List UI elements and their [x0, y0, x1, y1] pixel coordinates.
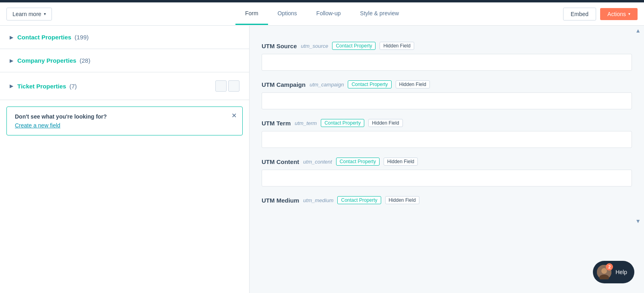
- utm-source-hidden-badge[interactable]: Hidden Field: [380, 42, 414, 50]
- utm-term-input[interactable]: [262, 131, 632, 148]
- toggle-box-2[interactable]: [228, 80, 239, 92]
- utm-source-input[interactable]: [262, 54, 632, 71]
- dont-see-close-button[interactable]: ✕: [231, 112, 237, 119]
- utm-term-name: UTM Term: [262, 120, 291, 127]
- tab-style-preview[interactable]: Style & preview: [351, 3, 409, 25]
- utm-source-name: UTM Source: [262, 43, 297, 49]
- utm-campaign-key: utm_campaign: [310, 82, 344, 88]
- company-properties-label: Company Properties: [17, 57, 76, 64]
- utm-term-key: utm_term: [295, 120, 317, 126]
- utm-content-hidden-badge[interactable]: Hidden Field: [384, 158, 418, 166]
- utm-campaign-field: UTM Campaign utm_campaign Contact Proper…: [262, 80, 632, 109]
- main-layout: ▶ Contact Properties (199) ▶ Company Pro…: [0, 26, 644, 293]
- create-new-field-link[interactable]: Create a new field: [15, 122, 60, 129]
- right-panel: ▲ UTM Source utm_source Contact Property…: [250, 26, 644, 293]
- utm-content-contact-badge[interactable]: Contact Property: [336, 158, 380, 166]
- embed-button[interactable]: Embed: [563, 8, 596, 20]
- actions-chevron-icon: ▾: [628, 12, 630, 16]
- utm-section: UTM Source utm_source Contact Property H…: [250, 34, 644, 218]
- utm-medium-key: utm_medium: [303, 197, 333, 203]
- utm-medium-contact-badge[interactable]: Contact Property: [337, 196, 381, 204]
- utm-content-name: UTM Content: [262, 158, 299, 165]
- toggle-box-1[interactable]: [215, 80, 227, 92]
- utm-campaign-input[interactable]: [262, 92, 632, 109]
- left-panel: ▶ Contact Properties (199) ▶ Company Pro…: [0, 26, 250, 293]
- help-badge: 2: [606, 263, 613, 270]
- ticket-properties-label: Ticket Properties: [17, 83, 66, 90]
- nav-tabs: Form Options Follow-up Style & preview: [235, 3, 409, 25]
- utm-term-field: UTM Term utm_term Contact Property Hidde…: [262, 119, 632, 148]
- utm-source-field: UTM Source utm_source Contact Property H…: [262, 42, 632, 71]
- chevron-right-icon-2: ▶: [10, 58, 13, 64]
- tab-follow-up[interactable]: Follow-up: [307, 3, 351, 25]
- learn-more-label: Learn more: [12, 11, 41, 17]
- learn-more-chevron-icon: ▾: [44, 12, 46, 16]
- utm-content-key: utm_content: [303, 159, 332, 165]
- scroll-up-arrow[interactable]: ▲: [250, 26, 644, 34]
- utm-content-field: UTM Content utm_content Contact Property…: [262, 158, 632, 186]
- sidebar-item-ticket-properties[interactable]: ▶ Ticket Properties (7): [0, 72, 249, 100]
- sidebar-item-company-properties[interactable]: ▶ Company Properties (28): [0, 49, 249, 72]
- utm-medium-hidden-badge[interactable]: Hidden Field: [385, 196, 419, 204]
- contact-properties-count: (199): [74, 34, 89, 41]
- utm-campaign-contact-badge[interactable]: Contact Property: [348, 80, 391, 88]
- actions-label: Actions: [607, 11, 626, 17]
- help-label: Help: [615, 269, 627, 275]
- actions-button[interactable]: Actions ▾: [600, 8, 638, 20]
- scroll-down-arrow[interactable]: ▼: [250, 218, 644, 226]
- nav-bar: Learn more ▾ Form Options Follow-up Styl…: [0, 2, 644, 26]
- company-properties-count: (28): [80, 57, 91, 64]
- utm-campaign-name: UTM Campaign: [262, 81, 305, 88]
- sidebar-item-contact-properties[interactable]: ▶ Contact Properties (199): [0, 26, 249, 49]
- tab-form[interactable]: Form: [235, 3, 268, 25]
- help-avatar-container: 2: [597, 265, 611, 279]
- chevron-right-icon: ▶: [10, 35, 13, 40]
- contact-properties-label: Contact Properties: [17, 34, 71, 41]
- utm-medium-field: UTM Medium utm_medium Contact Property H…: [262, 196, 632, 204]
- utm-source-key: utm_source: [301, 43, 328, 49]
- dont-see-title: Don't see what you're looking for?: [15, 113, 234, 120]
- utm-campaign-hidden-badge[interactable]: Hidden Field: [396, 80, 430, 88]
- tab-options[interactable]: Options: [268, 3, 307, 25]
- utm-content-input[interactable]: [262, 170, 632, 186]
- utm-term-contact-badge[interactable]: Contact Property: [321, 119, 364, 127]
- utm-medium-name: UTM Medium: [262, 197, 299, 204]
- utm-source-contact-badge[interactable]: Contact Property: [332, 42, 376, 50]
- dont-see-box: Don't see what you're looking for? Creat…: [6, 107, 243, 135]
- ticket-properties-count: (7): [69, 83, 76, 90]
- utm-term-hidden-badge[interactable]: Hidden Field: [368, 119, 402, 127]
- ticket-toggle-area: [215, 80, 239, 92]
- help-button[interactable]: 2 Help: [593, 261, 634, 283]
- nav-right: Embed Actions ▾: [563, 8, 638, 20]
- chevron-right-icon-3: ▶: [10, 83, 13, 89]
- learn-more-button[interactable]: Learn more ▾: [6, 8, 52, 20]
